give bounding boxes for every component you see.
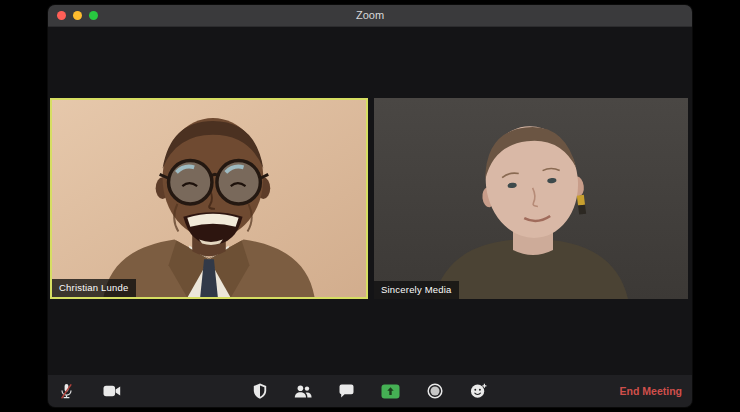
close-button[interactable] [57, 11, 66, 20]
video-grid: Christian Lunde [50, 98, 688, 299]
toolbar-left-group [59, 383, 121, 400]
traffic-lights [57, 5, 98, 26]
end-meeting-button[interactable]: End Meeting [620, 383, 682, 399]
chat-bubble-icon [339, 384, 354, 398]
window-title: Zoom [356, 5, 384, 26]
chat-button[interactable] [339, 384, 354, 398]
portrait-sincerely-media [374, 98, 688, 299]
mute-button[interactable] [59, 383, 74, 400]
share-screen-icon [381, 384, 400, 399]
minimize-button[interactable] [73, 11, 82, 20]
meeting-toolbar: End Meeting [48, 375, 692, 407]
participants-icon [294, 385, 312, 398]
maximize-button[interactable] [89, 11, 98, 20]
participant-name-label: Sincerely Media [374, 281, 459, 299]
microphone-muted-icon [59, 383, 74, 400]
zoom-window: Zoom [48, 5, 692, 407]
video-tile-christian-lunde[interactable]: Christian Lunde [50, 98, 368, 299]
meeting-content: Christian Lunde [48, 27, 692, 375]
participants-button[interactable] [294, 385, 312, 398]
toolbar-center-group [253, 383, 487, 399]
security-button[interactable] [253, 383, 267, 399]
participant-name-label: Christian Lunde [52, 279, 136, 297]
video-camera-icon [103, 385, 121, 397]
video-tile-sincerely-media[interactable]: Sincerely Media [374, 98, 688, 299]
record-icon [427, 383, 443, 399]
share-screen-button[interactable] [381, 384, 400, 399]
portrait-christian-lunde [52, 100, 366, 297]
reactions-button[interactable] [470, 383, 487, 399]
reactions-smiley-icon [470, 383, 487, 399]
security-shield-icon [253, 383, 267, 399]
record-button[interactable] [427, 383, 443, 399]
window-titlebar[interactable]: Zoom [48, 5, 692, 27]
stop-video-button[interactable] [103, 385, 121, 397]
